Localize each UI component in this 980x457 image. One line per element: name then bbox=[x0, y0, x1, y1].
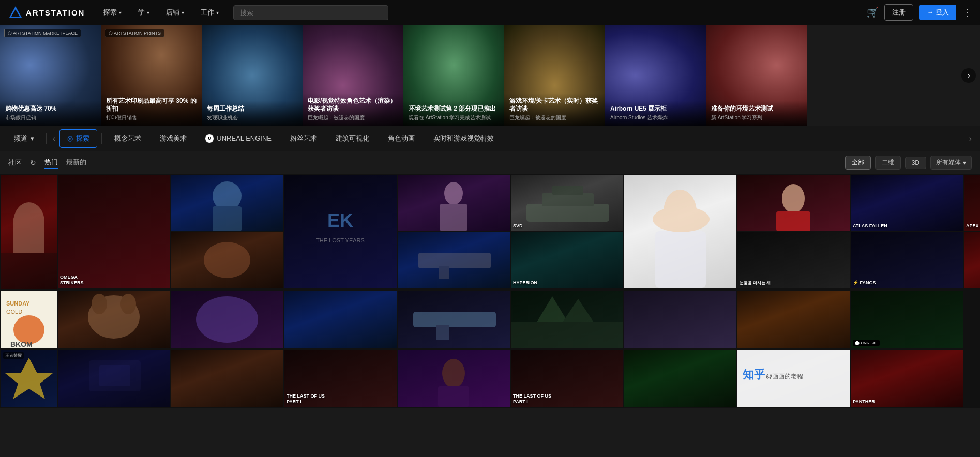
gallery: OMEGASTRIKERS EK THE LOST YE bbox=[0, 174, 980, 408]
gallery-item-korean-bird[interactable]: 눈물을 마시는 새 bbox=[737, 232, 850, 288]
gallery-item-apex[interactable]: APEX LEGENDS bbox=[964, 175, 980, 231]
gallery-item-warm-landscape[interactable] bbox=[171, 350, 283, 407]
gallery-item-creature-2[interactable] bbox=[171, 291, 283, 348]
channel-tab-concept-art[interactable]: 概念艺术 bbox=[106, 130, 149, 147]
svg-text:SUNDAY: SUNDAY bbox=[6, 300, 30, 307]
gallery-item-ek[interactable]: EK THE LOST YEARS bbox=[284, 175, 397, 288]
gallery-art-baseball bbox=[737, 175, 850, 231]
banner-item-3[interactable]: 电影/视觉特效角色艺术（渲染）获奖者访谈 巨龙崛起：被遗忘的国度 bbox=[303, 25, 403, 126]
logo-text: ARTSTATION bbox=[26, 8, 85, 17]
nav-learn-label: 学 bbox=[138, 8, 145, 17]
cart-icon[interactable]: 🛒 bbox=[867, 7, 878, 18]
gallery-col-7 bbox=[624, 175, 736, 288]
logo[interactable]: ARTSTATION bbox=[8, 5, 85, 20]
gallery-item-5a[interactable] bbox=[398, 175, 510, 231]
gallery-item-panther[interactable]: PANTHER bbox=[851, 350, 963, 407]
gallery-item-6a[interactable]: SVD bbox=[511, 175, 623, 231]
nav-item-explore[interactable]: 探索 ▾ bbox=[97, 5, 128, 20]
banner-item-7[interactable]: 准备你的环境艺术测试 新 ArtStation 学习系列 bbox=[706, 25, 807, 126]
gallery-item-3a[interactable] bbox=[171, 175, 283, 231]
gallery-item-atlas[interactable]: ATLAS FALLEN bbox=[851, 175, 963, 231]
gallery-col-3 bbox=[171, 175, 283, 288]
channel-tab-realtime-vfx[interactable]: 实时和游戏视觉特效 bbox=[425, 130, 502, 147]
gallery-item-black-girl[interactable] bbox=[398, 350, 510, 407]
channel-tab-explore[interactable]: ◎ 探索 bbox=[59, 129, 97, 148]
more-options-icon[interactable]: ⋮ bbox=[962, 7, 972, 18]
channel-tab-unreal[interactable]: U UNREAL ENGINE bbox=[197, 130, 280, 147]
banner-title-1: 所有艺术印刷品最高可享 30% 的折扣 bbox=[106, 97, 197, 113]
gallery-item-3b[interactable] bbox=[171, 232, 283, 288]
media-filter-dropdown[interactable]: 所有媒体 ▾ bbox=[930, 156, 972, 170]
navbar: ARTSTATION 探索 ▾ 学 ▾ 店铺 ▾ 工作 ▾ 🛒 注册 → 登入 … bbox=[0, 0, 980, 25]
gallery-item-6b[interactable]: HYPERION bbox=[511, 232, 623, 288]
nav-item-store[interactable]: 店铺 ▾ bbox=[160, 5, 190, 20]
gallery-label-omega: OMEGASTRIKERS bbox=[60, 275, 168, 286]
gallery-item-gun-2[interactable] bbox=[398, 291, 510, 348]
banner-item-5[interactable]: 游戏环境/关卡艺术（实时）获奖者访谈 巨龙崛起：被遗忘的国度 bbox=[504, 25, 605, 126]
banner-subtitle-3: 巨龙崛起：被遗忘的国度 bbox=[308, 114, 398, 121]
nav-item-learn[interactable]: 学 ▾ bbox=[132, 5, 156, 20]
banner-badge-0: ⬡ ARTSTATION MARKETPLACE bbox=[4, 29, 81, 37]
register-button[interactable]: 注册 bbox=[884, 4, 913, 21]
channel-tab-fan-art[interactable]: 粉丝艺术 bbox=[282, 130, 325, 147]
gallery-item-warrior[interactable] bbox=[964, 232, 980, 288]
gallery-item-girl-portrait[interactable] bbox=[624, 175, 736, 288]
gallery-item-omega[interactable]: OMEGASTRIKERS bbox=[58, 175, 170, 288]
banner-item-1[interactable]: ⬡ ARTSTATION PRINTS 所有艺术印刷品最高可享 30% 的折扣 … bbox=[101, 25, 202, 126]
gallery-col-5 bbox=[398, 175, 510, 288]
filter-3d-button[interactable]: 3D bbox=[905, 157, 926, 169]
refresh-icon[interactable]: ↻ bbox=[30, 159, 36, 167]
gallery-row-1: OMEGASTRIKERS EK THE LOST YE bbox=[1, 175, 980, 289]
banner-item-6[interactable]: Airborn UE5 展示柜 Airborn Studios 艺术爆炸 bbox=[605, 25, 706, 126]
nav-store-chevron: ▾ bbox=[182, 10, 184, 16]
banner-next-arrow[interactable]: › bbox=[961, 68, 976, 83]
gallery-item-char-sketch[interactable] bbox=[624, 291, 736, 348]
channel-divider bbox=[46, 133, 47, 144]
gallery-item-fangs[interactable]: ⚡ FANGS bbox=[851, 232, 963, 288]
channel-dropdown-button[interactable]: 频道 ▾ bbox=[6, 129, 42, 148]
channel-tab-game-art[interactable]: 游戏美术 bbox=[152, 130, 195, 147]
channel-tab-char-anim[interactable]: 角色动画 bbox=[380, 130, 423, 147]
gallery-art-face bbox=[1, 175, 57, 289]
gallery-item-5b[interactable] bbox=[398, 232, 510, 288]
gallery-item-mountain[interactable] bbox=[737, 291, 850, 348]
gallery-item-forest-scene[interactable] bbox=[511, 291, 623, 348]
svg-point-30 bbox=[92, 294, 107, 314]
gallery-art-creature2 bbox=[171, 291, 283, 348]
gallery-col-8: 눈물을 마시는 새 bbox=[737, 175, 850, 288]
gallery-item-zhihu[interactable]: 知乎 @画画的老程 bbox=[737, 350, 850, 407]
gallery-item-sunday-gold[interactable]: SUNDAY GOLD BKOM bbox=[1, 291, 57, 348]
community-tab-trending[interactable]: 热门 bbox=[44, 157, 58, 169]
gallery-item-wzry[interactable]: 王者荣耀 bbox=[1, 350, 57, 407]
gallery-item-wolf[interactable] bbox=[58, 291, 170, 348]
search-input[interactable] bbox=[233, 5, 388, 20]
gallery-item-last-of-us-2[interactable]: THE LAST OF USPART I bbox=[511, 350, 623, 407]
gallery-row-3: 王者荣耀 THE LAST OF USPART I THE LAST OF bbox=[1, 350, 963, 407]
channel-prev-arrow[interactable]: ‹ bbox=[51, 134, 57, 143]
svg-rect-3 bbox=[13, 217, 44, 258]
gallery-item-face-portrait[interactable] bbox=[1, 175, 57, 289]
community-tab-newest[interactable]: 最新的 bbox=[66, 157, 86, 169]
gallery-item-last-of-us-1[interactable]: THE LAST OF USPART I bbox=[284, 350, 397, 407]
nav-item-jobs[interactable]: 工作 ▾ bbox=[194, 5, 225, 20]
gallery-label-korean: 눈물을 마시는 새 bbox=[740, 281, 848, 286]
channel-tab-arch-viz[interactable]: 建筑可视化 bbox=[327, 130, 378, 147]
community-bar: 社区 ↻ 热门 最新的 全部 二维 3D 所有媒体 ▾ bbox=[0, 151, 980, 174]
banner-item-0[interactable]: ⬡ ARTSTATION MARKETPLACE 购物优惠高达 70% 市场假日… bbox=[0, 25, 101, 126]
gallery-item-unreal-forest[interactable]: ⬤ UNREAL bbox=[851, 291, 963, 348]
gallery-item-dark-scene[interactable] bbox=[58, 350, 170, 407]
gallery-item-landscape[interactable] bbox=[284, 291, 397, 348]
media-filter-label: 所有媒体 bbox=[936, 158, 961, 167]
filter-2d-button[interactable]: 二维 bbox=[875, 156, 901, 170]
gallery-item-baseball[interactable] bbox=[737, 175, 850, 231]
channel-divider-2 bbox=[101, 133, 102, 144]
channel-label: 频道 bbox=[14, 134, 27, 143]
svg-rect-11 bbox=[440, 204, 467, 231]
channel-next-arrow[interactable]: › bbox=[967, 134, 974, 143]
banner-item-2[interactable]: 每周工作总结 发现职业机会 bbox=[202, 25, 303, 126]
unreal-logo-icon: U bbox=[205, 134, 214, 143]
filter-all-button[interactable]: 全部 bbox=[845, 156, 871, 170]
gallery-item-forest-2[interactable] bbox=[624, 350, 736, 407]
banner-item-4[interactable]: 环境艺术测试第 2 部分现已推出 观看在 ArtStation 学习完成艺术测试 bbox=[403, 25, 504, 126]
login-button[interactable]: → 登入 bbox=[919, 5, 956, 20]
